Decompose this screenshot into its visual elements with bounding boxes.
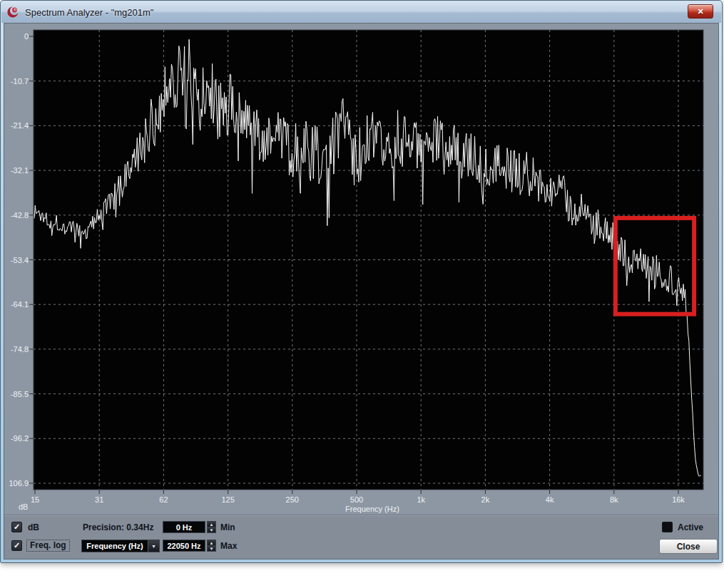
x-tick-label: 16k (672, 495, 685, 504)
x-axis-title: Frequency (Hz) (345, 505, 399, 513)
close-button[interactable]: Close (659, 539, 718, 554)
spectrum-analyzer-window: Spectrum Analyzer - "mg201m" ✕ 0-10.7-21… (0, 0, 723, 563)
y-tick-label: 106.9 (9, 479, 29, 488)
y-tick-label: -10.7 (11, 77, 29, 86)
spinner-down-icon[interactable]: ▼ (207, 527, 216, 533)
desktop-background: Spectrum Analyzer - "mg201m" ✕ 0-10.7-21… (0, 0, 724, 588)
y-tick-label: -32.1 (11, 166, 29, 175)
y-tick-label: -85.5 (11, 390, 29, 398)
x-tick-label: 125 (221, 495, 234, 504)
axis-mode-select[interactable]: Frequency (Hz) ▼ (81, 540, 160, 552)
x-tick-label: 1k (417, 495, 425, 504)
x-tick-label: 500 (350, 495, 363, 504)
precision-label: Precision: 0.34Hz (83, 522, 153, 532)
check-icon: ✓ (14, 522, 20, 531)
x-tick-label: 31 (95, 495, 103, 504)
y-axis-title: dB (19, 502, 28, 511)
freq-log-checkbox[interactable]: ✓ (11, 540, 22, 551)
titlebar[interactable]: Spectrum Analyzer - "mg201m" ✕ (1, 1, 721, 23)
chevron-down-icon: ▼ (148, 540, 159, 552)
freq-log-checkbox-label: Freq. log (26, 540, 70, 552)
active-checkbox[interactable] (662, 522, 673, 532)
x-tick-label: 2k (481, 495, 490, 504)
axis-mode-value: Frequency (Hz) (82, 542, 148, 550)
close-icon: ✕ (697, 7, 703, 16)
y-tick-label: -21.4 (11, 121, 29, 130)
app-logo-icon (6, 6, 19, 19)
spectrum-plot: 0-10.7-21.4-32.1-42.8-53.4-64.1-74.8-85.… (4, 24, 719, 515)
y-tick-label: -74.8 (11, 345, 29, 354)
min-frequency-spinner[interactable]: ▲ ▼ (207, 521, 216, 533)
window-title: Spectrum Analyzer - "mg201m" (25, 7, 153, 18)
max-frequency-spinner[interactable]: ▲ ▼ (207, 540, 216, 552)
titlebar-close-button[interactable]: ✕ (688, 4, 713, 19)
x-tick-label: 8k (610, 495, 618, 504)
spinner-up-icon[interactable]: ▲ (207, 521, 216, 527)
spinner-down-icon[interactable]: ▼ (207, 545, 216, 552)
control-panel: ✓ dB Precision: 0.34Hz ▲ ▼ Min ✓ Freq. l… (4, 515, 718, 559)
db-checkbox-label: dB (28, 522, 39, 532)
min-frequency-input[interactable] (163, 521, 205, 533)
active-checkbox-label: Active (678, 522, 703, 532)
y-tick-label: -53.4 (11, 256, 29, 264)
y-tick-label: -96.2 (11, 434, 29, 443)
y-tick-label: -42.8 (11, 211, 29, 220)
x-tick-label: 4k (546, 495, 554, 504)
x-tick-label: 250 (286, 495, 299, 504)
window-content: 0-10.7-21.4-32.1-42.8-53.4-64.1-74.8-85.… (4, 23, 719, 559)
max-label: Max (220, 541, 237, 551)
min-label: Min (220, 522, 235, 532)
x-tick-label: 62 (159, 495, 168, 504)
x-tick-label: 15 (31, 495, 39, 504)
db-checkbox[interactable]: ✓ (11, 522, 22, 532)
max-frequency-input[interactable] (163, 540, 205, 552)
spinner-up-icon[interactable]: ▲ (207, 540, 216, 545)
check-icon: ✓ (14, 541, 20, 550)
y-tick-label: -64.1 (11, 300, 29, 309)
close-button-label: Close (677, 542, 700, 552)
y-tick-label: 0 (24, 32, 29, 41)
